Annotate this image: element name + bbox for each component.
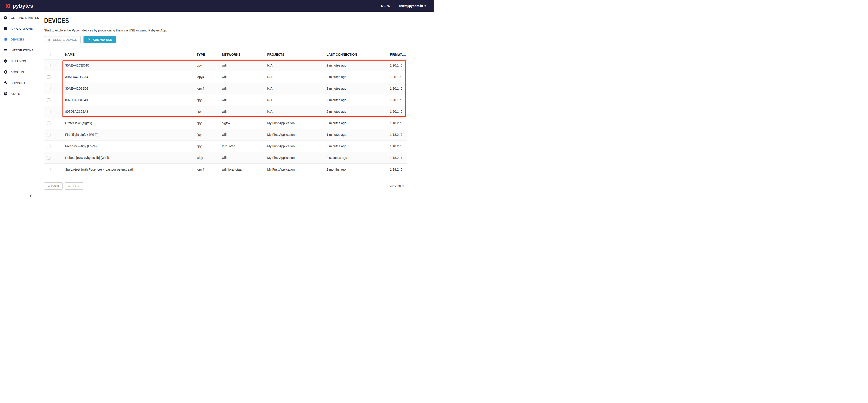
items-per-page-dropdown[interactable]: Items: 30 (386, 183, 407, 189)
device-type: fipy (194, 110, 220, 113)
device-projects: My First Application (265, 121, 324, 125)
column-header-name: NAME (61, 53, 194, 56)
device-firmware: 1.20.1.r0 (388, 110, 407, 113)
sidebar-item-devices[interactable]: DEVICES (0, 34, 40, 45)
device-projects: My First Application (265, 133, 324, 136)
table-row[interactable]: 30AEA42CEC4C gpy wifi N/A 2 minutes ago … (44, 60, 407, 71)
device-name: First flight sigfox (Wi-Fi) (61, 133, 194, 136)
device-last-connection: 2 minutes ago (324, 64, 388, 67)
device-last-connection: 1 minutes ago (324, 133, 388, 136)
device-name: 807D3AC31340 (61, 98, 194, 102)
column-header-type: TYPE (194, 53, 220, 56)
row-checkbox[interactable] (47, 168, 51, 171)
table-row[interactable]: Fresh-new-fipy (LoRa) fipy lora_otaa My … (44, 141, 407, 152)
sidebar-item-integrations[interactable]: INTEGRATIONS (0, 45, 40, 56)
add-via-usb-label: ADD VIA USB (93, 38, 112, 41)
column-header-firmware: FIRMWARE (388, 53, 407, 56)
device-firmware: 1.18.2.r6 (388, 133, 407, 136)
table-row[interactable]: Sigfox-test (with Pysense) - [pastoor pe… (44, 164, 407, 175)
table-row[interactable]: 807D3AC31340 fipy wifi N/A 2 minutes ago… (44, 94, 407, 106)
next-button[interactable]: NEXT → (65, 182, 83, 190)
account-icon (3, 70, 8, 74)
sidebar-item-label: DEVICES (11, 38, 24, 41)
toolbar: DELETE DEVICE ADD VIA USB (44, 36, 434, 43)
device-type: gpy (194, 64, 220, 67)
device-firmware: 1.20.1.r0 (388, 87, 407, 90)
device-type: fipy (194, 133, 220, 136)
row-checkbox[interactable] (47, 122, 51, 125)
sidebar-item-support[interactable]: SUPPORT (0, 78, 40, 88)
devices-icon (3, 37, 8, 42)
support-icon (3, 81, 8, 85)
stats-icon (3, 92, 8, 96)
add-via-usb-button[interactable]: ADD VIA USB (84, 36, 116, 43)
device-firmware: 1.18.2.r6 (388, 168, 407, 171)
table-row[interactable]: Reboot [new pybytes lib] (WiFi) wipy wif… (44, 152, 407, 164)
device-firmware: 1.20.1.r0 (388, 98, 407, 102)
sidebar-collapse-button[interactable] (28, 193, 34, 199)
device-networks: wifi, lora_otaa (220, 168, 265, 171)
delete-device-button[interactable]: DELETE DEVICE (44, 36, 81, 43)
device-networks: wifi (220, 98, 265, 102)
brand-name: pybytes (13, 3, 33, 9)
device-name: Sigfox-test (with Pysense) - [pastoor pe… (61, 168, 194, 171)
device-projects: My First Application (265, 156, 324, 159)
device-type: wipy (194, 156, 220, 159)
table-row[interactable]: 807D3AC322A8 fipy wifi N/A 2 minutes ago… (44, 106, 407, 118)
sidebar-item-account[interactable]: ACCOUNT (0, 66, 40, 78)
sidebar-item-label: SETTINGS (11, 60, 26, 63)
row-checkbox[interactable] (47, 87, 51, 90)
trash-icon (48, 38, 51, 41)
select-all-checkbox[interactable] (47, 53, 51, 56)
device-firmware: 1.18.2.r7 (388, 156, 407, 159)
sidebar-item-applications[interactable]: APPLICATIONS (0, 23, 40, 34)
row-checkbox[interactable] (47, 110, 51, 113)
page-subtitle: Start to explore the Pycom devices by pr… (44, 29, 434, 32)
gear-icon (3, 16, 8, 20)
pybytes-logo[interactable]: pybytes (5, 3, 33, 9)
row-checkbox[interactable] (47, 145, 51, 148)
device-last-connection: 3 minutes ago (324, 75, 388, 79)
row-checkbox[interactable] (47, 156, 51, 159)
device-last-connection: 5 minutes ago (324, 121, 388, 125)
table-body: 30AEA42CEC4C gpy wifi N/A 2 minutes ago … (44, 60, 407, 175)
sidebar-item-getting-started[interactable]: GETTING STARTED (0, 12, 40, 23)
device-last-connection: 2 months ago (324, 168, 388, 171)
device-networks: wifi (220, 87, 265, 90)
sidebar-item-stats[interactable]: STATS (0, 88, 40, 99)
device-networks: wifi (220, 75, 265, 79)
device-networks: wifi (220, 133, 265, 136)
device-networks: lora_otaa (220, 144, 265, 148)
device-networks: wifi (220, 110, 265, 113)
items-per-page-label: Items: 30 (389, 184, 401, 188)
account-balance[interactable]: € 0.76 (381, 4, 390, 8)
page-title: DEVICES (44, 16, 434, 25)
row-checkbox[interactable] (47, 98, 51, 102)
device-projects: N/A (265, 64, 324, 67)
column-header-last-connection: LAST CONNECTION (324, 53, 388, 56)
main-content: DEVICES Start to explore the Pycom devic… (40, 12, 434, 190)
table-row[interactable]: 30AEA42D32D8 lopy4 wifi N/A 3 minutes ag… (44, 83, 407, 94)
table-row[interactable]: 30AEA42D32A4 lopy4 wifi N/A 3 minutes ag… (44, 71, 407, 83)
sidebar-item-settings[interactable]: SETTINGS (0, 56, 40, 66)
row-checkbox[interactable] (47, 64, 51, 67)
device-name: 807D3AC322A8 (61, 110, 194, 113)
device-name: 30AEA42D32A4 (61, 75, 194, 79)
chevron-down-icon (402, 186, 404, 187)
delete-device-label: DELETE DEVICE (53, 38, 77, 41)
table-row[interactable]: First flight sigfox (Wi-Fi) fipy wifi My… (44, 129, 407, 141)
row-checkbox[interactable] (47, 133, 51, 136)
row-checkbox[interactable] (47, 75, 51, 79)
page-title-text: DEVICES (44, 16, 69, 25)
back-button[interactable]: ← BACK (44, 182, 63, 190)
sidebar-item-label: SUPPORT (11, 81, 25, 85)
device-name: 30AEA42CEC4C (61, 64, 194, 67)
device-type: lopy4 (194, 75, 220, 79)
device-name: Fresh-new-fipy (LoRa) (61, 144, 194, 148)
column-header-networks: NETWORKS (220, 53, 265, 56)
table-row[interactable]: Crater-lake (sigfox) fipy sigfox My Firs… (44, 118, 407, 129)
device-firmware: 1.20.1.r0 (388, 75, 407, 79)
user-menu[interactable]: user@pycom.io (399, 4, 426, 8)
device-last-connection: 2 seconds ago (324, 156, 388, 159)
device-projects: N/A (265, 87, 324, 90)
